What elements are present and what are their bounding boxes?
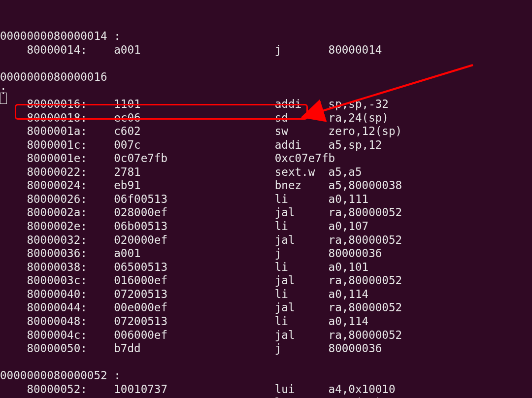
section-header: 0000000080000052 :	[0, 369, 532, 383]
disasm-row: 80000016: 1101 addi sp,sp,-32	[0, 98, 532, 111]
disasm-row: 8000001a: c602 sw zero,12(sp)	[0, 125, 532, 138]
disasm-row: 8000004c: 006000ef jal ra,80000052	[0, 329, 532, 342]
disasm-row: 80000024: eb91 bnez a5,80000038	[0, 179, 532, 193]
blank-line	[0, 57, 532, 70]
disasm-row: 80000014: a001 j 80000014	[0, 43, 532, 57]
blank-line	[0, 356, 532, 369]
disasm-row: 80000056: 431c lw a5,0(a4)	[0, 396, 532, 398]
disasm-row: 80000044: 00e000ef jal ra,80000052	[0, 301, 532, 315]
terminal-screen[interactable]: 0000000080000014 : 80000014: a001 j 8000…	[0, 0, 532, 398]
disasm-row: 80000048: 07200513 li a0,114	[0, 315, 532, 329]
disasm-row: 8000002a: 028000ef jal ra,80000052	[0, 206, 532, 220]
disassembly-listing: 0000000080000014 : 80000014: a001 j 8000…	[0, 30, 532, 398]
disasm-row: 80000022: 2781 sext.w a5,a5	[0, 166, 532, 179]
disasm-row: 80000040: 07200513 li a0,114	[0, 288, 532, 301]
disasm-row: 80000026: 06f00513 li a0,111	[0, 193, 532, 206]
section-header: 0000000080000014 :	[0, 30, 532, 43]
disasm-row: 8000001c: 007c addi a5,sp,12	[0, 138, 532, 152]
disasm-row: 8000001e: 0c07e7fb 0xc07e7fb	[0, 152, 532, 166]
disasm-row: 80000018: ec06 sd ra,24(sp)	[0, 111, 532, 125]
section-header: 0000000080000016 : 80000016: 1101 addi s…	[0, 70, 532, 398]
disasm-row: 80000038: 06500513 li a0,101	[0, 261, 532, 274]
disasm-row: 8000003c: 016000ef jal ra,80000052	[0, 274, 532, 288]
disasm-row: 80000032: 020000ef jal ra,80000052	[0, 233, 532, 247]
terminal-cursor	[0, 93, 7, 104]
disasm-row: 80000050: b7dd j 80000036	[0, 342, 532, 356]
disasm-row: 80000052: 10010737 lui a4,0x10010	[0, 383, 532, 397]
disasm-row: 80000036: a001 j 80000036	[0, 247, 532, 261]
disasm-row: 8000002e: 06b00513 li a0,107	[0, 220, 532, 233]
